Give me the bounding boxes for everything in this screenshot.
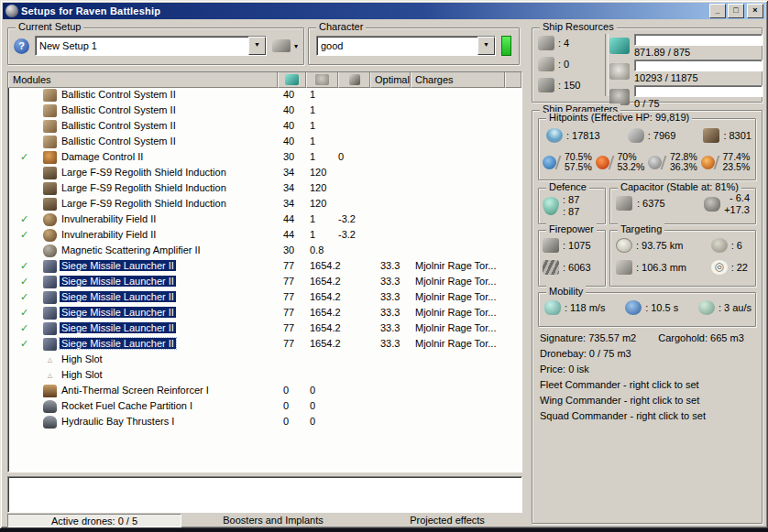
chevron-down-icon[interactable]: ▼ <box>248 37 266 55</box>
powergrid-column-header[interactable] <box>306 72 338 88</box>
bottom-edge <box>0 528 768 532</box>
module-row[interactable]: Magnetic Scattering Amplifier II300.8 <box>8 244 521 259</box>
module-row[interactable]: ▵High Slot <box>8 353 521 368</box>
module-charge-name: Mjolnir Rage Tor... <box>415 291 496 302</box>
tab-boosters-implants[interactable]: Boosters and Implants <box>200 515 346 526</box>
active-drones-box[interactable] <box>7 476 522 513</box>
module-charge-name: Mjolnir Rage Tor... <box>415 307 496 318</box>
targeting-range-icon <box>616 238 632 253</box>
module-row[interactable]: Large F-S9 Regolith Shield Induction3412… <box>8 181 521 197</box>
module-row[interactable]: ✓Invulnerability Field II441-3.2 <box>8 228 521 244</box>
close-button[interactable]: × <box>747 4 763 18</box>
module-cpu-value: 40 <box>283 104 294 115</box>
hitpoints-label: Hitpoints (Effective HP: 99,819) <box>546 112 692 123</box>
modules-column-header[interactable]: Modules <box>8 72 278 88</box>
module-optimal-value: 33.3 <box>380 322 400 333</box>
module-icon <box>43 136 57 148</box>
module-cpu-value: 40 <box>283 89 294 100</box>
squad-commander-info[interactable]: Squad Commander - right click to set <box>540 408 758 424</box>
tab-projected-effects[interactable]: Projected effects <box>374 515 521 526</box>
fitted-check-icon: ✓ <box>20 291 31 303</box>
cpu-value: 871.89 / 875 <box>634 47 763 58</box>
shield-hp-icon <box>546 128 563 143</box>
module-row[interactable]: ✓Siege Missile Launcher II771654.233.3Mj… <box>8 290 521 306</box>
cpu-column-header[interactable] <box>278 72 306 88</box>
explosive-damage-icon <box>701 156 715 169</box>
module-name: Anti-Thermal Screen Reinforcer I <box>60 385 211 396</box>
module-row[interactable]: ✓Siege Missile Launcher II771654.233.3Mj… <box>8 306 521 321</box>
armor-hp-value: : 7969 <box>648 130 676 141</box>
module-row[interactable]: Hydraulic Bay Thrusters I00 <box>8 415 521 430</box>
window-title: Setups for Raven Battleship <box>21 5 709 16</box>
defence-value-2: : 87 <box>563 206 579 218</box>
module-icon <box>43 307 57 320</box>
fleet-commander-info[interactable]: Fleet Commander - right click to set <box>540 377 758 393</box>
module-icon <box>43 400 57 413</box>
module-charge-name: Mjolnir Rage Tor... <box>415 276 496 287</box>
charges-column-header[interactable]: Charges <box>411 72 505 88</box>
module-powergrid-value: 120 <box>310 198 326 209</box>
module-row[interactable]: Ballistic Control System II401 <box>8 103 521 119</box>
module-row[interactable]: Ballistic Control System II401 <box>8 119 521 135</box>
module-powergrid-value: 1 <box>310 136 315 147</box>
module-row[interactable]: Large F-S9 Regolith Shield Induction3412… <box>8 197 521 212</box>
maximize-button[interactable]: □ <box>728 4 744 18</box>
character-label: Character <box>316 21 366 32</box>
price-info: Price: 0 isk <box>540 362 758 377</box>
character-combobox[interactable]: good ▼ <box>316 36 496 56</box>
module-row[interactable]: Ballistic Control System II401 <box>8 135 521 150</box>
module-powergrid-value: 1 <box>310 229 315 240</box>
module-row[interactable]: Anti-Thermal Screen Reinforcer I00 <box>8 384 521 399</box>
module-row[interactable]: ✓Damage Control II3010 <box>8 150 521 166</box>
warp-speed-icon <box>698 300 715 315</box>
module-name: Large F-S9 Regolith Shield Induction <box>60 167 228 178</box>
shield-hp-value: : 17813 <box>566 130 600 141</box>
module-icon <box>43 276 57 288</box>
module-row[interactable]: ▵High Slot <box>8 368 521 384</box>
module-row[interactable]: ✓Siege Missile Launcher II771654.233.3Mj… <box>8 275 521 290</box>
turret-hardpoints-icon <box>538 36 554 50</box>
tab-active-drones[interactable]: Active drones: 0 / 5 <box>7 514 181 527</box>
max-velocity-icon <box>544 300 561 315</box>
capacitor-column-header[interactable] <box>338 72 370 88</box>
setup-tools-button[interactable]: ▾ <box>272 39 298 52</box>
cpu-icon <box>285 74 299 85</box>
firepower-group: Firepower : 1075 : 6063 <box>538 230 606 287</box>
module-powergrid-value: 0.8 <box>310 244 324 255</box>
module-row[interactable]: ✓Siege Missile Launcher II771654.233.3Mj… <box>8 321 521 337</box>
module-row[interactable]: ✓Invulnerability Field II441-3.2 <box>8 212 521 228</box>
optimal-column-header[interactable]: Optimal <box>370 72 411 88</box>
module-row[interactable]: Rocket Fuel Cache Partition I00 <box>8 399 521 415</box>
module-name: High Slot <box>60 369 104 380</box>
fitted-check-icon: ✓ <box>20 213 31 225</box>
module-optimal-value: 33.3 <box>380 307 400 318</box>
minimize-button[interactable]: _ <box>709 4 726 18</box>
module-cap-value: -3.2 <box>338 213 356 224</box>
module-charge-name: Mjolnir Rage Tor... <box>415 322 496 333</box>
wing-commander-info[interactable]: Wing Commander - right click to set <box>540 393 758 408</box>
module-row[interactable]: Large F-S9 Regolith Shield Induction3412… <box>8 166 521 181</box>
help-icon[interactable]: ? <box>14 38 29 54</box>
align-time: : 10.5 s <box>645 302 678 313</box>
module-row[interactable]: Ballistic Control System II401 <box>8 88 521 103</box>
module-icon <box>43 338 57 351</box>
title-bar[interactable]: Setups for Raven Battleship _ □ × <box>3 3 765 19</box>
max-targets: : 6 <box>731 240 742 251</box>
modules-header: Modules Optimal Charges <box>8 72 521 88</box>
module-powergrid-value: 0 <box>310 400 315 411</box>
align-time-icon <box>625 300 642 315</box>
module-name: Magnetic Scattering Amplifier II <box>60 244 203 255</box>
thermal-armor-resist: 53.2% <box>618 162 645 172</box>
resources-divider <box>605 34 609 96</box>
module-icon <box>43 198 57 211</box>
setups-window: Setups for Raven Battleship _ □ × Curren… <box>0 0 768 528</box>
module-cpu-value: 44 <box>283 229 294 240</box>
targeting-label: Targeting <box>618 223 664 234</box>
module-name: Large F-S9 Regolith Shield Induction <box>60 198 228 209</box>
module-row[interactable]: ✓Siege Missile Launcher II771654.233.3Mj… <box>8 337 521 353</box>
module-row[interactable]: ✓Siege Missile Launcher II771654.233.3Mj… <box>8 259 521 275</box>
chevron-down-icon[interactable]: ▼ <box>477 37 495 55</box>
setup-combobox[interactable]: New Setup 1 ▼ <box>35 36 267 56</box>
capacitor-recharge-icon <box>704 197 720 212</box>
firepower-dps: : 6063 <box>563 262 591 273</box>
